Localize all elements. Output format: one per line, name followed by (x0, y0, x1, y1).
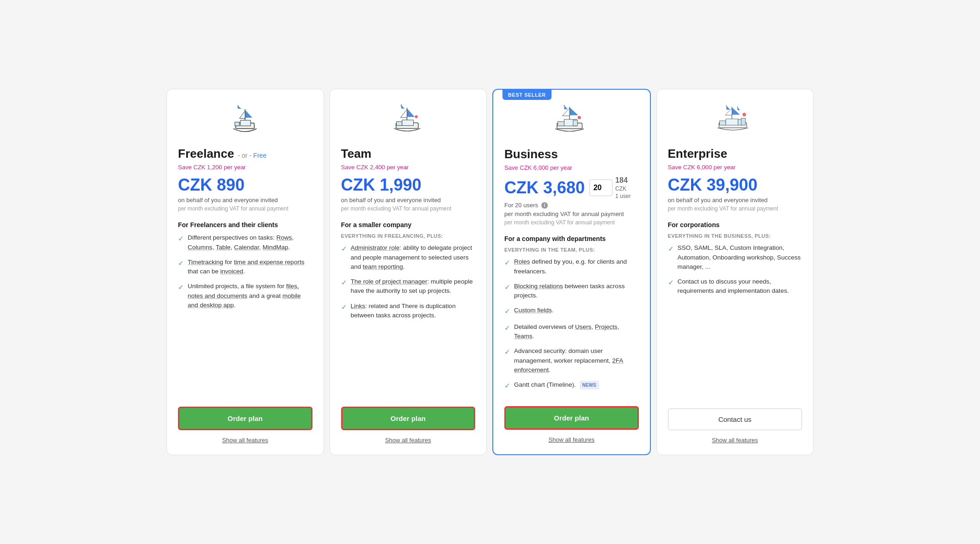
feature-link[interactable]: Rows (276, 234, 292, 241)
plan-name-freelance: Freelance (178, 147, 234, 161)
check-icon: ✓ (504, 258, 510, 268)
save-text-business: Save CZK 6,000 per year (504, 164, 639, 171)
feature-link[interactable]: 2FA enforcement (514, 357, 623, 373)
feature-link[interactable]: Table (216, 244, 231, 251)
order-plan-button-freelance[interactable]: Order plan (178, 407, 312, 430)
feature-item: ✓ Different perspectives on tasks: Rows,… (178, 233, 312, 252)
feature-text: Advanced security: domain user managemen… (514, 346, 639, 375)
feature-item: ✓ Roles defined by you, e.g. for clients… (504, 257, 639, 276)
order-plan-button-team[interactable]: Order plan (341, 407, 476, 430)
plan-icon-business (504, 103, 639, 140)
svg-rect-12 (396, 122, 402, 126)
price-desc-enterprise: on behalf of you and everyone invited (668, 197, 802, 204)
feature-text: Contact us to discuss your needs, requir… (678, 277, 802, 296)
check-icon: ✓ (341, 244, 347, 254)
feature-link[interactable]: MindMap (263, 244, 288, 251)
everything-in-business: EVERYTHING IN THE TEAM, PLUS: (504, 247, 639, 253)
plan-icon-team (341, 102, 476, 139)
price-desc-business: per month excluding VAT for annual payme… (504, 210, 639, 217)
price-note-freelance: per month excluding VAT for annual payme… (178, 205, 312, 212)
svg-rect-32 (726, 119, 738, 125)
show-features-link-business[interactable]: Show all features (504, 436, 639, 443)
features-list-business: ✓ Roles defined by you, e.g. for clients… (504, 257, 639, 396)
svg-point-16 (415, 116, 417, 118)
svg-marker-15 (401, 105, 404, 109)
check-icon: ✓ (341, 302, 347, 313)
feature-link[interactable]: Columns (188, 244, 212, 251)
feature-link[interactable]: The role of project manager (351, 278, 428, 285)
card-footer-team: Order planShow all features (341, 397, 476, 444)
everything-in-enterprise: EVERYTHING IN THE BUSINESS, PLUS: (668, 233, 802, 239)
feature-item: ✓ Blocking relations between tasks acros… (504, 282, 639, 301)
feature-link[interactable]: Links (351, 303, 366, 309)
feature-item: ✓ SSO, SAML, SLA, Custom Integration, Au… (668, 243, 802, 272)
svg-rect-21 (558, 122, 564, 126)
feature-item: ✓ The role of project manager: multiple … (341, 277, 476, 296)
price-desc-team: on behalf of you and everyone invited (341, 197, 476, 204)
pricing-container: Freelance- or - FreeSave CZK 1,200 per y… (166, 89, 814, 455)
svg-marker-7 (238, 106, 241, 109)
feature-link[interactable]: team reporting (363, 263, 403, 270)
feature-link[interactable]: Projects (595, 323, 618, 330)
news-badge: NEWS (580, 381, 599, 389)
price-desc-freelance: on behalf of you and everyone invited (178, 197, 312, 204)
feature-link[interactable]: time and expense reports (234, 259, 304, 266)
feature-text: The role of project manager: multiple pe… (351, 277, 476, 296)
svg-point-26 (578, 116, 581, 119)
plan-icon-freelance (178, 102, 312, 139)
feature-link[interactable]: Blocking relations (514, 283, 563, 290)
feature-text: Detailed overviews of Users, Projects, T… (514, 322, 639, 341)
plan-free-link[interactable]: Free (253, 152, 267, 159)
feature-link[interactable]: Teams (514, 333, 533, 340)
info-icon[interactable]: i (541, 202, 548, 209)
plan-name-team: Team (341, 147, 372, 161)
show-features-link-team[interactable]: Show all features (341, 437, 476, 444)
check-icon: ✓ (504, 323, 510, 334)
feature-text: SSO, SAML, SLA, Custom Integration, Auto… (678, 243, 802, 272)
feature-link[interactable]: Custom fields (514, 307, 552, 314)
check-icon: ✓ (178, 234, 184, 244)
feature-item: ✓ Custom fields. (504, 306, 639, 317)
contact-us-button[interactable]: Contact us (668, 408, 802, 430)
plan-name-business: Business (504, 147, 558, 161)
plan-price-team: CZK 1,990 (341, 175, 422, 195)
feature-link[interactable]: Roles (514, 258, 530, 265)
order-plan-button-business[interactable]: Order plan (504, 406, 639, 430)
feature-text: Administrator role: ability to delegate … (351, 243, 476, 272)
feature-text: Timetracking for time and expense report… (188, 258, 312, 277)
plan-card-team: TeamSave CZK 2,400 per year CZK 1,990 on… (330, 89, 487, 455)
check-icon: ✓ (504, 282, 510, 293)
feature-link[interactable]: Administrator role (351, 244, 400, 251)
svg-rect-5 (240, 120, 251, 126)
svg-rect-31 (719, 121, 725, 125)
svg-marker-39 (737, 107, 740, 110)
show-features-link-enterprise[interactable]: Show all features (668, 437, 802, 444)
feature-link[interactable]: Timetracking (188, 259, 223, 266)
plan-price-enterprise: CZK 39,900 (668, 175, 758, 195)
check-icon: ✓ (504, 306, 510, 317)
price-note-business: per month excluding VAT for annual payme… (504, 219, 639, 226)
plan-card-enterprise: EnterpriseSave CZK 6,000 per year CZK 39… (656, 89, 814, 455)
feature-link[interactable]: Users (575, 323, 591, 330)
best-seller-badge: BEST SELLER (502, 90, 551, 100)
svg-marker-35 (726, 106, 730, 110)
check-icon: ✓ (178, 282, 184, 293)
plan-tagline-enterprise: For corporations (668, 221, 802, 229)
svg-point-37 (742, 113, 746, 117)
svg-rect-36 (741, 118, 745, 125)
feature-link[interactable]: Calendar (234, 244, 259, 251)
feature-text: Unlimited projects, a file system for fi… (188, 282, 312, 310)
svg-marker-11 (400, 110, 407, 118)
show-features-link-freelance[interactable]: Show all features (178, 437, 312, 444)
check-icon: ✓ (341, 278, 347, 288)
check-icon: ✓ (178, 258, 184, 269)
svg-marker-19 (570, 108, 578, 115)
plan-card-freelance: Freelance- or - FreeSave CZK 1,200 per y… (166, 89, 324, 455)
for-users-text: For 20 users (504, 202, 538, 209)
plan-price-business: CZK 3,680 (504, 178, 585, 198)
feature-link[interactable]: invoiced (220, 268, 244, 275)
plan-tagline-freelance: For Freelancers and their clients (178, 221, 312, 229)
per-user-price: 184CZK1 user (615, 176, 631, 200)
user-count-input[interactable] (589, 179, 612, 196)
feature-item: ✓ Timetracking for time and expense repo… (178, 258, 312, 277)
